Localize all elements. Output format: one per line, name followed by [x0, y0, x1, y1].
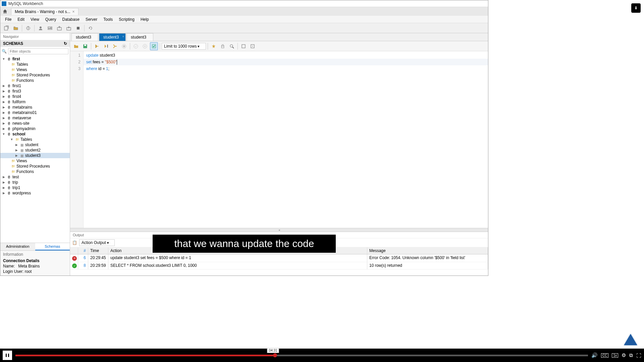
refresh-schemas-icon[interactable]: ↻: [64, 41, 67, 46]
explain-button[interactable]: [111, 42, 119, 50]
commit-button[interactable]: [132, 42, 140, 50]
folder-tables[interactable]: Tables: [0, 62, 70, 67]
sql-toolbar: I Limit to 1000 rows ▾: [70, 41, 488, 51]
progress-bar[interactable]: 04:31: [15, 355, 588, 356]
schema-metabrains01[interactable]: ▶metabrains01: [0, 110, 70, 115]
schema-first1[interactable]: ▶first1: [0, 83, 70, 88]
svg-point-3: [40, 26, 42, 28]
main-toolbar: i: [0, 23, 488, 33]
save-file-button[interactable]: [81, 42, 89, 50]
folder-stored-procs[interactable]: Stored Procedures: [0, 72, 70, 78]
schema-first3[interactable]: ▶first3: [0, 88, 70, 94]
captions-button[interactable]: CC: [601, 353, 608, 358]
progress-thumb[interactable]: [273, 353, 277, 357]
output-row[interactable]: ✓ 8 20:29:59 SELECT * FROM school.studen…: [70, 262, 488, 270]
speed-button[interactable]: 1x: [612, 353, 618, 358]
stop-button[interactable]: [74, 24, 82, 32]
menu-file[interactable]: File: [2, 16, 14, 22]
menu-database[interactable]: Database: [60, 16, 82, 22]
folder-school-tables[interactable]: ▼Tables: [0, 137, 70, 142]
sql-tab-0[interactable]: student3: [71, 33, 98, 41]
settings-icon[interactable]: ⚙: [622, 352, 626, 358]
svg-rect-5: [49, 28, 50, 29]
pip-icon[interactable]: ⧉: [629, 352, 633, 358]
open-sql-button[interactable]: [12, 24, 20, 32]
cleanup-button[interactable]: [219, 42, 227, 50]
schema-fullform[interactable]: ▶fullform: [0, 99, 70, 105]
information-panel: Information Connection Details Name: Met…: [0, 250, 70, 276]
login-user: Login User: root: [3, 269, 67, 274]
menu-query[interactable]: Query: [43, 16, 59, 22]
schema-metaverse[interactable]: ▶metaverse: [0, 115, 70, 121]
execute-current-button[interactable]: I: [102, 42, 110, 50]
menu-help[interactable]: Help: [138, 16, 152, 22]
volume-icon[interactable]: 🔊: [591, 352, 598, 358]
execute-button[interactable]: [93, 42, 101, 50]
refresh-button[interactable]: [87, 24, 95, 32]
schema-trip1[interactable]: ▶trip1: [0, 185, 70, 190]
sql-tab-2[interactable]: student3: [126, 33, 153, 41]
autocommit-button[interactable]: [150, 42, 158, 50]
schema-trip[interactable]: ▶trip: [0, 180, 70, 185]
sql-editor[interactable]: 1 2 3 update student3 set fees = "$500" …: [70, 51, 488, 228]
folder-school-procs[interactable]: Stored Procedures: [0, 164, 70, 169]
table-student3[interactable]: ▶student3: [0, 153, 70, 158]
close-icon[interactable]: ×: [122, 35, 124, 38]
schema-wordpress[interactable]: ▶wordpress: [0, 190, 70, 196]
schema-metabrains[interactable]: ▶metabrains: [0, 105, 70, 110]
svg-rect-4: [48, 27, 52, 29]
invisible-chars-button[interactable]: [249, 42, 257, 50]
beautify-button[interactable]: [210, 42, 218, 50]
status-button[interactable]: [46, 24, 54, 32]
menu-scripting[interactable]: Scripting: [116, 16, 137, 22]
menu-view[interactable]: View: [28, 16, 42, 22]
svg-rect-14: [123, 45, 125, 47]
horizontal-splitter[interactable]: ◂: [70, 228, 488, 232]
svg-text:I: I: [107, 44, 108, 49]
limit-rows-select[interactable]: Limit to 1000 rows ▾: [162, 43, 206, 50]
menu-tools[interactable]: Tools: [101, 16, 115, 22]
output-type-select[interactable]: Action Output ▾: [79, 239, 115, 246]
sql-tab-1[interactable]: student3×: [99, 33, 126, 41]
schema-news-site[interactable]: ▶news-site: [0, 121, 70, 126]
pause-button[interactable]: [3, 351, 12, 360]
folder-school-functions[interactable]: Functions: [0, 169, 70, 174]
folder-views[interactable]: Views: [0, 67, 70, 72]
menu-server[interactable]: Server: [83, 16, 100, 22]
filter-objects-input[interactable]: [8, 48, 68, 54]
schema-school[interactable]: ▼school: [0, 131, 70, 137]
fullscreen-icon[interactable]: ⛶: [636, 353, 641, 358]
close-icon[interactable]: ×: [72, 9, 75, 14]
table-student[interactable]: ▶student: [0, 142, 70, 147]
rollback-button[interactable]: [141, 42, 149, 50]
schema-tree[interactable]: ▼first Tables Views Stored Procedures Fu…: [0, 56, 70, 243]
brand-logo: [624, 334, 637, 345]
schema-first4[interactable]: ▶first4: [0, 94, 70, 99]
export-button[interactable]: [55, 24, 63, 32]
home-icon[interactable]: [2, 8, 8, 15]
tab-schemas[interactable]: Schemas: [35, 243, 70, 250]
inspector-button[interactable]: i: [24, 24, 32, 32]
open-file-button[interactable]: [72, 42, 80, 50]
stop-query-button[interactable]: [120, 42, 128, 50]
schema-phpmyadmin[interactable]: ▶phpmyadmin: [0, 126, 70, 131]
tab-administration[interactable]: Administration: [0, 243, 35, 250]
folder-functions[interactable]: Functions: [0, 78, 70, 83]
new-sql-tab-button[interactable]: [2, 24, 10, 32]
connection-tab[interactable]: Meta Brains - Warning - not s... ×: [11, 8, 78, 15]
menu-edit[interactable]: Edit: [15, 16, 27, 22]
app-icon: [2, 1, 6, 6]
users-button[interactable]: [37, 24, 45, 32]
find-button[interactable]: [228, 42, 236, 50]
time-tooltip: 04:31: [267, 348, 279, 353]
folder-school-views[interactable]: Views: [0, 158, 70, 164]
wrap-button[interactable]: [239, 42, 248, 50]
download-icon[interactable]: ⬇: [631, 3, 641, 13]
output-icon: 📋: [72, 240, 77, 245]
output-row[interactable]: ✕ 6 20:29:45 update student3 set fees = …: [70, 254, 488, 262]
schema-test[interactable]: ▶test: [0, 174, 70, 180]
table-student2[interactable]: ▶student2: [0, 147, 70, 153]
line-gutter: 1 2 3: [70, 51, 84, 228]
schema-first[interactable]: ▼first: [0, 56, 70, 62]
import-button[interactable]: [65, 24, 73, 32]
